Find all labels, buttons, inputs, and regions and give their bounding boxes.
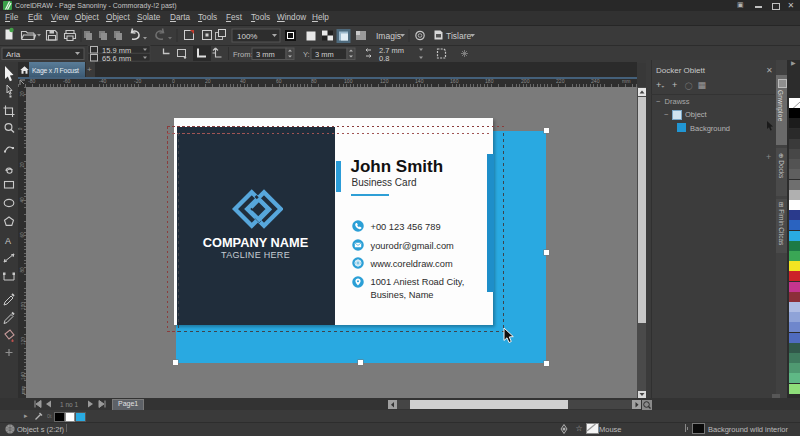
svg-text:Aria: Aria [6,50,21,59]
svg-text:0.8: 0.8 [379,54,389,63]
svg-text:Y:: Y: [303,50,310,59]
svg-text:From:: From: [233,50,253,59]
svg-text:3 mm: 3 mm [315,50,334,59]
svg-text:65.6 mm: 65.6 mm [102,54,131,63]
svg-text:3 mm: 3 mm [256,50,275,59]
svg-text:A: A [5,236,11,246]
svg-text:1 no 1: 1 no 1 [60,401,78,408]
svg-text:Imagis: Imagis [376,31,401,41]
svg-text:100%: 100% [237,32,257,41]
svg-text:Tislare: Tislare [446,31,471,41]
